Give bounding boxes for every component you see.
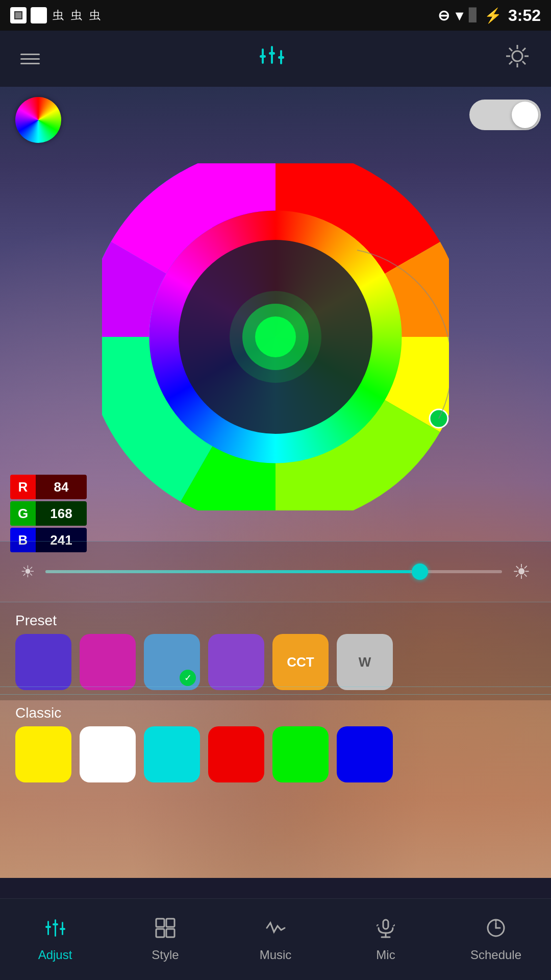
g-label: G	[10, 501, 36, 526]
svg-line-14	[509, 48, 512, 51]
classic-swatch-green[interactable]	[272, 726, 329, 782]
preset-section: Preset CCT W	[0, 602, 551, 700]
svg-rect-7	[269, 52, 275, 55]
svg-rect-6	[260, 55, 266, 58]
rgb-row-red: R 84	[10, 475, 87, 499]
svg-rect-32	[156, 929, 164, 937]
svg-point-9	[512, 51, 522, 61]
brightness-section: ☀ ☀	[0, 541, 551, 602]
do-not-disturb-icon: ⊖	[438, 7, 449, 24]
classic-swatches	[15, 726, 536, 782]
classic-section: Classic	[0, 694, 551, 793]
svg-line-17	[509, 61, 512, 64]
adjust-label: Adjust	[38, 948, 72, 962]
nav-item-adjust[interactable]: Adjust	[0, 917, 110, 962]
status-right: ⊖ ▾ ▊ ⚡ 3:52	[438, 6, 541, 25]
svg-rect-4	[271, 46, 273, 64]
power-toggle[interactable]	[469, 100, 541, 130]
mic-icon	[374, 917, 397, 944]
r-label: R	[10, 475, 36, 499]
status-icons-left: 虫 虫 虫	[10, 7, 102, 23]
svg-rect-33	[166, 929, 174, 937]
classic-swatch-red[interactable]	[208, 726, 264, 782]
brightness-slider[interactable]	[45, 570, 502, 573]
preset-swatch-2[interactable]	[80, 634, 136, 690]
adjust-icon	[44, 917, 66, 944]
signal-icon: ▊	[469, 8, 478, 22]
notification-icon-1	[10, 7, 27, 23]
svg-rect-25	[55, 919, 56, 937]
nav-item-schedule[interactable]: Schedule	[441, 917, 551, 962]
style-label: Style	[152, 948, 179, 962]
classic-swatch-yellow[interactable]	[15, 726, 71, 782]
mini-color-ball[interactable]	[15, 97, 61, 143]
classic-swatch-blue[interactable]	[337, 726, 393, 782]
preset-swatch-w[interactable]: W	[337, 634, 393, 690]
wifi-icon: ▾	[456, 7, 463, 24]
svg-rect-30	[156, 919, 164, 927]
nav-item-music[interactable]: Music	[220, 917, 331, 962]
menu-button[interactable]	[20, 54, 40, 64]
preset-swatch-3[interactable]	[144, 634, 200, 690]
section-divider	[0, 687, 551, 687]
schedule-icon	[485, 917, 507, 944]
music-icon	[264, 917, 287, 944]
preset-swatch-cct[interactable]: CCT	[272, 634, 329, 690]
color-wheel[interactable]	[102, 163, 449, 510]
nav-item-mic[interactable]: Mic	[331, 917, 441, 962]
brightness-fill	[45, 570, 411, 573]
svg-rect-29	[60, 928, 65, 930]
classic-label: Classic	[15, 705, 536, 721]
classic-swatch-cyan[interactable]	[144, 726, 200, 782]
preset-label: Preset	[15, 612, 536, 629]
brightness-thumb	[412, 564, 428, 580]
svg-rect-2	[34, 11, 43, 20]
brightness-min-icon: ☀	[20, 562, 35, 581]
svg-rect-28	[53, 923, 58, 925]
main-area: R 84 G 168 B 241 ☀ ☀ Preset CCT W	[0, 87, 551, 878]
classic-swatch-white[interactable]	[80, 726, 136, 782]
r-value: 84	[36, 475, 87, 499]
style-icon	[154, 917, 177, 944]
nav-item-style[interactable]: Style	[110, 917, 220, 962]
rgb-row-green: G 168	[10, 501, 87, 526]
bottom-nav: Adjust Style Music	[0, 898, 551, 980]
preset-swatches: CCT W	[15, 634, 536, 690]
music-label: Music	[260, 948, 292, 962]
svg-rect-1	[15, 12, 21, 18]
svg-rect-34	[383, 920, 388, 929]
toggle-knob	[512, 102, 538, 128]
svg-point-22	[255, 316, 296, 357]
g-value: 168	[36, 501, 87, 526]
notification-icon-5: 虫	[88, 8, 102, 22]
toolbar	[0, 31, 551, 87]
preset-swatch-1[interactable]	[15, 634, 71, 690]
status-time: 3:52	[508, 6, 541, 25]
brightness-max-icon: ☀	[512, 560, 531, 583]
settings-button[interactable]	[504, 43, 531, 75]
preset-swatch-4[interactable]	[208, 634, 264, 690]
battery-icon: ⚡	[484, 7, 502, 24]
svg-rect-27	[45, 926, 51, 928]
svg-rect-8	[278, 56, 284, 59]
notification-icon-2	[31, 7, 47, 23]
svg-rect-31	[166, 919, 174, 927]
notification-icon-3: 虫	[51, 8, 65, 22]
schedule-label: Schedule	[470, 948, 521, 962]
equalizer-button[interactable]	[257, 41, 287, 77]
svg-line-16	[522, 48, 525, 51]
svg-line-15	[522, 61, 525, 64]
mic-label: Mic	[376, 948, 395, 962]
status-bar: 虫 虫 虫 ⊖ ▾ ▊ ⚡ 3:52	[0, 0, 551, 31]
notification-icon-4: 虫	[69, 8, 84, 22]
